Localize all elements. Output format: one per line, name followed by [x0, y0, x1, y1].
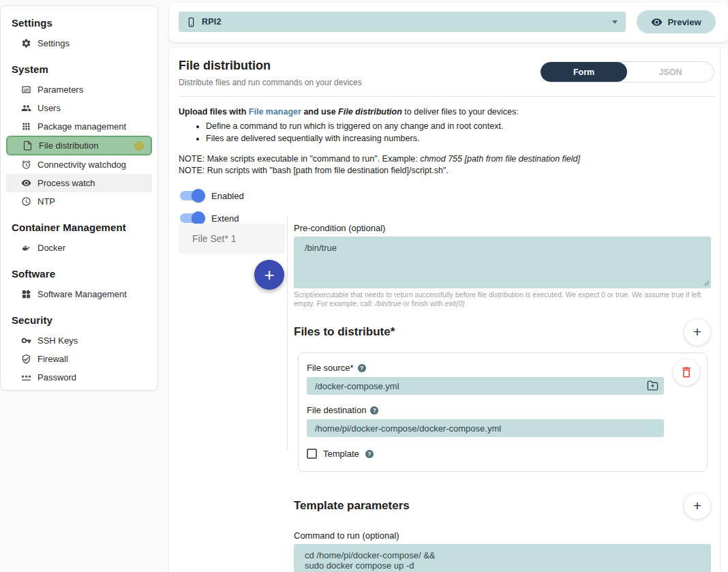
status-dot-badge [134, 141, 144, 151]
enabled-toggle-row: Enabled [180, 188, 728, 203]
scrollbar-gutter[interactable] [720, 48, 721, 572]
alarm-icon [21, 160, 31, 170]
clock-icon [21, 196, 31, 207]
template-checkbox-row: Template ? [307, 449, 699, 459]
tab-json[interactable]: JSON [627, 62, 714, 82]
sidebar-item-connectivity-watchdog[interactable]: Connectivity watchdog [6, 155, 152, 174]
sidebar-item-firewall[interactable]: Firewall [6, 350, 152, 368]
info-bullet: Files are delivered sequentially with in… [206, 132, 716, 145]
sidebar-item-label: Docker [37, 243, 65, 253]
delete-file-button[interactable] [673, 359, 700, 386]
app-screen: Settings Settings System Parameters User… [0, 0, 728, 572]
file-manager-link[interactable]: File manager [249, 107, 301, 117]
sidebar-item-parameters[interactable]: Parameters [6, 80, 152, 99]
sidebar-item-password[interactable]: Password [6, 368, 152, 387]
panel-header: File distribution Distribute files and r… [169, 48, 728, 97]
view-mode-toggle: Form JSON [540, 61, 714, 82]
device-select-value: RPI2 [202, 17, 222, 27]
tabs-content-divider [287, 217, 288, 450]
file-destination-wrap [307, 419, 664, 437]
note1-example: chmod 755 [path from file destination fi… [420, 154, 580, 164]
help-icon[interactable]: ? [365, 450, 374, 458]
sidebar-item-settings[interactable]: Settings [6, 34, 152, 52]
file-icon [22, 140, 33, 151]
add-template-param-button[interactable]: + [684, 492, 711, 520]
enabled-toggle-label: Enabled [211, 191, 244, 201]
fileset-workspace: File Set* 1 + Pre-condition (optional) /… [169, 217, 728, 572]
gear-icon [21, 38, 31, 48]
help-icon[interactable]: ? [370, 406, 378, 415]
sidebar-item-label: File distribution [39, 140, 98, 151]
sidebar-item-ntp[interactable]: NTP [6, 192, 152, 211]
browse-files-button[interactable] [646, 380, 659, 392]
template-checkbox[interactable] [307, 449, 317, 459]
sidebar-item-users[interactable]: Users [6, 99, 152, 117]
tab-form[interactable]: Form [541, 62, 627, 82]
trash-icon [680, 365, 693, 379]
password-icon [21, 372, 31, 382]
files-section-title: Files to distribute* [294, 325, 395, 339]
device-topbar: RPI2 Preview [169, 3, 728, 42]
file-source-wrap [307, 377, 664, 395]
info-intro: Upload files with File manager and use F… [179, 106, 716, 118]
info-bullet: Define a command to run which is trigger… [206, 120, 716, 132]
chevron-down-icon [612, 20, 618, 24]
users-icon [21, 103, 31, 113]
template-params-title: Template parameters [294, 499, 410, 513]
file-destination-label-row: File destination ? [307, 405, 699, 415]
sidebar-item-label: Settings [37, 38, 70, 48]
sidebar-item-label: Package management [37, 121, 126, 132]
sidebar-item-label: Firewall [37, 354, 68, 364]
info-intro-rest: to deliver files to your devices: [402, 107, 519, 117]
precondition-textarea[interactable]: /bin/true [294, 237, 711, 288]
fileset-tab[interactable]: File Set* 1 [179, 224, 285, 254]
preview-button[interactable]: Preview [637, 10, 716, 33]
sidebar-item-software-management[interactable]: Software Management [6, 285, 152, 303]
info-note-2: NOTE: Run scripts with "bash [path from … [179, 165, 716, 177]
help-icon[interactable]: ? [358, 364, 366, 372]
file-source-label-row: File source* ? [307, 363, 699, 373]
sidebar-item-label: NTP [37, 196, 55, 207]
eye-icon [651, 16, 663, 28]
sidebar-item-process-watch[interactable]: Process watch [6, 174, 152, 192]
smartphone-icon [186, 17, 196, 27]
info-intro-italic: File distribution [338, 107, 402, 117]
precondition-help-mid: or finish with [401, 299, 444, 307]
sidebar-item-docker[interactable]: Docker [6, 239, 152, 257]
precondition-field-wrap: /bin/true [294, 237, 711, 288]
grid-icon [21, 121, 31, 132]
command-label: Command to run (optional) [294, 530, 711, 541]
sidebar-item-label: Software Management [37, 289, 127, 299]
info-notes: NOTE: Make scripts executable in "comman… [179, 153, 716, 177]
sidebar-item-label: SSH Keys [37, 335, 78, 346]
sidebar-item-file-distribution[interactable]: File distribution [6, 136, 152, 155]
settings-sidebar: Settings Settings System Parameters User… [0, 5, 158, 391]
file-entry-card: File source* ? File destination ? [298, 352, 708, 472]
section-title-settings: Settings [12, 17, 147, 29]
template-checkbox-label: Template [323, 449, 359, 459]
sidebar-item-ssh-keys[interactable]: SSH Keys [6, 331, 152, 350]
preview-button-label: Preview [667, 17, 701, 27]
header-divider [179, 96, 716, 97]
device-select[interactable]: RPI2 [179, 12, 626, 32]
note1-text: NOTE: Make scripts executable in "comman… [179, 154, 420, 164]
template-params-header: Template parameters + [294, 492, 711, 520]
file-destination-input[interactable] [307, 419, 664, 437]
file-source-label: File source* [307, 363, 354, 373]
widgets-icon [21, 289, 31, 299]
sidebar-item-package-management[interactable]: Package management [6, 117, 152, 136]
docker-icon [21, 243, 31, 253]
shield-check-icon [21, 354, 31, 364]
sidebar-item-label: Users [37, 103, 61, 113]
add-fileset-button[interactable]: + [254, 260, 284, 290]
files-section-header: Files to distribute* + [294, 318, 711, 346]
precondition-help-example1: /bin/true [375, 299, 401, 307]
command-field-wrap: cd /home/pi/docker-compose/ && sudo dock… [294, 544, 711, 572]
sidebar-item-label: Process watch [37, 178, 95, 188]
sidebar-item-label: Connectivity watchdog [37, 160, 126, 170]
file-source-input[interactable] [307, 377, 664, 395]
precondition-label: Pre-condition (optional) [294, 223, 711, 233]
enabled-toggle[interactable] [180, 191, 203, 200]
add-file-button[interactable]: + [684, 318, 711, 346]
command-textarea[interactable]: cd /home/pi/docker-compose/ && sudo dock… [294, 544, 711, 572]
